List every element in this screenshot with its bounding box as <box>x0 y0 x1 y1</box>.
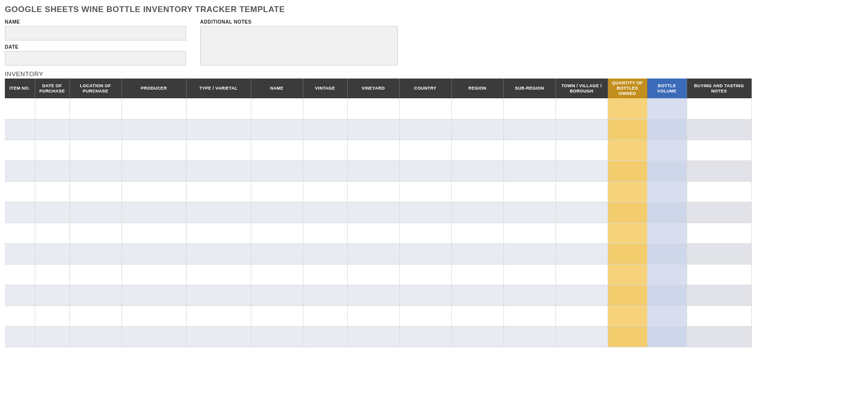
cell-item_no[interactable] <box>5 98 35 119</box>
cell-subregion[interactable] <box>503 140 556 160</box>
cell-date[interactable] <box>35 243 69 264</box>
cell-town[interactable] <box>556 326 608 347</box>
cell-notes[interactable] <box>687 305 751 326</box>
cell-country[interactable] <box>399 264 451 285</box>
cell-name[interactable] <box>251 160 303 181</box>
cell-vineyard[interactable] <box>347 326 399 347</box>
notes-input[interactable] <box>200 26 398 66</box>
cell-town[interactable] <box>556 264 608 285</box>
cell-item_no[interactable] <box>5 326 35 347</box>
cell-date[interactable] <box>35 264 69 285</box>
cell-country[interactable] <box>399 326 451 347</box>
cell-vol[interactable] <box>647 305 687 326</box>
cell-vintage[interactable] <box>303 243 347 264</box>
cell-producer[interactable] <box>122 223 186 243</box>
cell-notes[interactable] <box>687 181 751 202</box>
cell-producer[interactable] <box>122 119 186 140</box>
cell-vineyard[interactable] <box>347 98 399 119</box>
cell-vineyard[interactable] <box>347 160 399 181</box>
cell-vol[interactable] <box>647 160 687 181</box>
cell-notes[interactable] <box>687 202 751 223</box>
cell-qty[interactable] <box>608 326 647 347</box>
cell-producer[interactable] <box>122 140 186 160</box>
cell-vol[interactable] <box>647 223 687 243</box>
cell-town[interactable] <box>556 223 608 243</box>
cell-town[interactable] <box>556 140 608 160</box>
cell-country[interactable] <box>399 140 451 160</box>
cell-item_no[interactable] <box>5 305 35 326</box>
cell-country[interactable] <box>399 202 451 223</box>
cell-subregion[interactable] <box>503 181 556 202</box>
cell-town[interactable] <box>556 160 608 181</box>
cell-subregion[interactable] <box>503 264 556 285</box>
cell-date[interactable] <box>35 181 69 202</box>
cell-item_no[interactable] <box>5 264 35 285</box>
cell-location[interactable] <box>69 181 122 202</box>
cell-subregion[interactable] <box>503 326 556 347</box>
cell-location[interactable] <box>69 326 122 347</box>
cell-type[interactable] <box>186 98 251 119</box>
cell-date[interactable] <box>35 202 69 223</box>
cell-qty[interactable] <box>608 243 647 264</box>
cell-qty[interactable] <box>608 223 647 243</box>
cell-name[interactable] <box>251 98 303 119</box>
cell-name[interactable] <box>251 202 303 223</box>
cell-date[interactable] <box>35 119 69 140</box>
cell-town[interactable] <box>556 202 608 223</box>
cell-date[interactable] <box>35 285 69 305</box>
cell-country[interactable] <box>399 181 451 202</box>
cell-item_no[interactable] <box>5 119 35 140</box>
cell-item_no[interactable] <box>5 202 35 223</box>
cell-notes[interactable] <box>687 140 751 160</box>
cell-subregion[interactable] <box>503 160 556 181</box>
cell-vol[interactable] <box>647 98 687 119</box>
cell-name[interactable] <box>251 181 303 202</box>
cell-location[interactable] <box>69 202 122 223</box>
cell-town[interactable] <box>556 285 608 305</box>
cell-location[interactable] <box>69 223 122 243</box>
cell-subregion[interactable] <box>503 119 556 140</box>
cell-producer[interactable] <box>122 326 186 347</box>
cell-name[interactable] <box>251 243 303 264</box>
cell-vol[interactable] <box>647 326 687 347</box>
cell-qty[interactable] <box>608 285 647 305</box>
cell-notes[interactable] <box>687 243 751 264</box>
cell-notes[interactable] <box>687 98 751 119</box>
cell-notes[interactable] <box>687 223 751 243</box>
cell-subregion[interactable] <box>503 98 556 119</box>
cell-vineyard[interactable] <box>347 243 399 264</box>
cell-vintage[interactable] <box>303 285 347 305</box>
cell-date[interactable] <box>35 223 69 243</box>
cell-vineyard[interactable] <box>347 264 399 285</box>
cell-name[interactable] <box>251 223 303 243</box>
cell-vol[interactable] <box>647 243 687 264</box>
cell-location[interactable] <box>69 160 122 181</box>
cell-type[interactable] <box>186 140 251 160</box>
name-input[interactable] <box>5 26 186 40</box>
cell-vineyard[interactable] <box>347 119 399 140</box>
cell-type[interactable] <box>186 264 251 285</box>
cell-producer[interactable] <box>122 285 186 305</box>
cell-item_no[interactable] <box>5 223 35 243</box>
cell-country[interactable] <box>399 285 451 305</box>
cell-producer[interactable] <box>122 264 186 285</box>
cell-vol[interactable] <box>647 202 687 223</box>
cell-qty[interactable] <box>608 181 647 202</box>
cell-region[interactable] <box>451 285 503 305</box>
cell-location[interactable] <box>69 285 122 305</box>
cell-name[interactable] <box>251 264 303 285</box>
cell-date[interactable] <box>35 160 69 181</box>
cell-qty[interactable] <box>608 264 647 285</box>
cell-item_no[interactable] <box>5 243 35 264</box>
cell-country[interactable] <box>399 160 451 181</box>
cell-type[interactable] <box>186 305 251 326</box>
cell-subregion[interactable] <box>503 202 556 223</box>
cell-location[interactable] <box>69 140 122 160</box>
cell-type[interactable] <box>186 243 251 264</box>
cell-qty[interactable] <box>608 98 647 119</box>
cell-name[interactable] <box>251 285 303 305</box>
cell-country[interactable] <box>399 98 451 119</box>
cell-vol[interactable] <box>647 264 687 285</box>
date-input[interactable] <box>5 51 186 66</box>
cell-producer[interactable] <box>122 160 186 181</box>
